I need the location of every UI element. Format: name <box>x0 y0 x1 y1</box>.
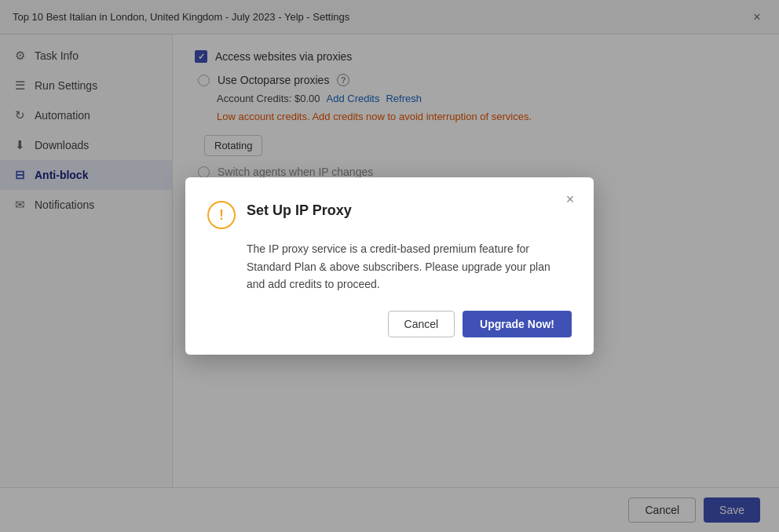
main-window: Top 10 Best Italian in London, United Ki… <box>0 0 779 532</box>
warning-icon: ! <box>207 201 236 229</box>
dialog-footer: Cancel Upgrade Now! <box>207 311 572 337</box>
dialog-cancel-button[interactable]: Cancel <box>388 311 455 337</box>
dialog-overlay: × ! Set Up IP Proxy The IP proxy service… <box>0 0 779 532</box>
dialog-title: Set Up IP Proxy <box>247 199 352 219</box>
dialog-upgrade-button[interactable]: Upgrade Now! <box>463 311 572 337</box>
dialog-close-button[interactable]: × <box>559 188 581 210</box>
dialog-header: ! Set Up IP Proxy <box>207 199 572 229</box>
dialog-body: The IP proxy service is a credit-based p… <box>207 240 572 293</box>
dialog: × ! Set Up IP Proxy The IP proxy service… <box>185 177 594 354</box>
